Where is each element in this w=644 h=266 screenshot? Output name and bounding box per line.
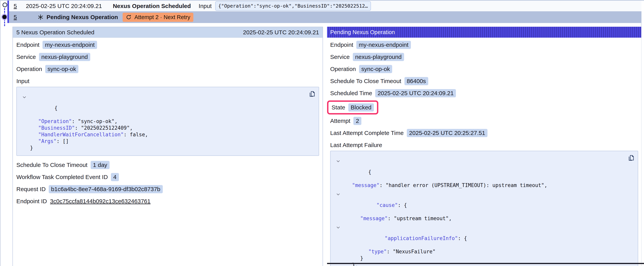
selected-events-indicator-bar <box>8 1 9 23</box>
pending-asterisk-icon <box>37 14 44 21</box>
field-operation: Operation sync-op-ok <box>16 65 319 73</box>
code-line: "cause": { <box>334 189 634 215</box>
field-label: Workflow Task Completed Event ID <box>16 174 108 180</box>
field-value-chip: 1 day <box>91 161 110 169</box>
field-label: Last Attempt Complete Time <box>330 130 404 136</box>
field-value-chip: sync-op-ok <box>359 65 392 73</box>
event-id-link[interactable]: 5 <box>14 3 17 9</box>
scheduled-panel-header: 5 Nexus Operation Scheduled 2025-02-25 U… <box>13 27 322 38</box>
code-line: "message": "upstream timeout", <box>334 215 634 222</box>
event-id-link[interactable]: 5 <box>14 14 17 21</box>
field-label: Schedule To Close Timeout <box>16 162 88 168</box>
field-service: Service nexus-playground <box>16 53 319 61</box>
field-request-id: Request ID b1c6a4bc-8ee7-468a-9169-df3b0… <box>16 185 319 193</box>
field-label: Operation <box>16 66 42 72</box>
pending-panel-header: Pending Nexus Operation <box>327 27 641 38</box>
code-line: "message": "handler error (UPSTREAM_TIME… <box>334 182 634 189</box>
field-value-chip: 2 <box>354 117 361 125</box>
field-value-chip: my-nexus-endpoint <box>42 41 97 49</box>
field-schedule-to-close-timeout: Schedule To Close Timeout 1 day <box>16 161 319 169</box>
pending-operation-panel: Pending Nexus Operation Endpoint my-nexu… <box>327 27 641 266</box>
field-endpoint: Endpoint my-nexus-endpoint <box>330 41 638 49</box>
field-label: Operation <box>330 66 356 72</box>
event-time: 2025-02-25 UTC 20:24:09.21 <box>26 3 102 9</box>
timeline-current-dot <box>1 14 8 20</box>
field-value-chip: nexus-playground <box>39 53 90 61</box>
state-value-chip: Blocked <box>348 103 374 112</box>
event-input-preview-chip: {"Operation":"sync-op-ok","BusinessID":"… <box>215 1 371 11</box>
endpoint-id-link[interactable]: 3c0c75ccfa8144b092c13ce632463761 <box>50 198 150 205</box>
failure-section-label: Last Attempt Failure <box>330 141 638 149</box>
code-line: "Args": [] <box>21 138 315 144</box>
field-label: Scheduled Time <box>330 90 372 97</box>
field-endpoint-id: Endpoint ID 3c0c75ccfa8144b092c13ce63246… <box>16 197 319 205</box>
field-attempt: Attempt 2 <box>330 117 638 125</box>
collapse-chevron-icon[interactable] <box>336 190 340 197</box>
failure-json-viewer: { "message": "handler error (UPSTREAM_TI… <box>330 151 638 266</box>
timeline-open-dot <box>2 3 7 7</box>
event-title: Nexus Operation Scheduled <box>113 3 191 9</box>
event-row-scheduled[interactable]: 5 2025-02-25 UTC 20:24:09.21 Nexus Opera… <box>9 1 642 11</box>
field-value-chip: sync-op-ok <box>45 65 78 73</box>
field-label: Endpoint <box>16 42 39 48</box>
field-workflow-task-completed-event-id: Workflow Task Completed Event ID 4 <box>16 173 319 181</box>
event-input-label: Input <box>198 3 212 9</box>
field-schedule-to-close-timeout: Schedule To Close Timeout 86400s <box>330 77 638 85</box>
field-label: Request ID <box>16 186 46 192</box>
code-line: "Operation": "sync-op-ok", <box>21 118 315 125</box>
code-line: "type": "NexusFailure" <box>334 248 634 255</box>
field-label: Service <box>16 54 36 60</box>
page-top-border <box>0 0 644 1</box>
collapse-chevron-icon[interactable] <box>336 223 340 230</box>
page-left-border <box>0 0 0 266</box>
code-line: } <box>21 144 315 151</box>
field-label: Endpoint ID <box>16 198 47 205</box>
field-service: Service nexus-playground <box>330 53 638 61</box>
scheduled-panel-time: 2025-02-25 UTC 20:24:09.21 <box>243 29 319 36</box>
event-row-pending[interactable]: 5 Pending Nexus Operation Attempt 2 · Ne… <box>9 11 642 23</box>
field-operation: Operation sync-op-ok <box>330 65 638 73</box>
field-value-chip: nexus-playground <box>353 53 404 61</box>
scheduled-panel-title: 5 Nexus Operation Scheduled <box>16 29 94 36</box>
input-json-viewer: { "Operation": "sync-op-ok", "BusinessID… <box>16 87 319 156</box>
event-title: Pending Nexus Operation <box>46 14 118 21</box>
details-bottom-divider <box>327 263 644 264</box>
field-scheduled-time: Scheduled Time 2025-02-25 UTC 20:24:09.2… <box>330 89 638 97</box>
field-endpoint: Endpoint my-nexus-endpoint <box>16 41 319 49</box>
code-line: "applicationFailureInfo": { <box>334 222 634 248</box>
field-value-chip: 2025-02-25 UTC 20:25:27.51 <box>407 129 488 137</box>
collapse-chevron-icon[interactable] <box>336 157 340 164</box>
code-line: "BusinessID": "20250225122409", <box>21 125 315 131</box>
field-value-chip: 86400s <box>404 77 428 85</box>
retry-badge-label: Attempt 2 · Next Retry <box>134 14 190 21</box>
field-value-chip: 2025-02-25 UTC 20:24:09.21 <box>375 89 456 97</box>
state-highlight-box: State Blocked <box>327 100 378 114</box>
pending-panel-title: Pending Nexus Operation <box>330 29 395 36</box>
field-label: Service <box>330 54 350 60</box>
code-line: { <box>334 155 634 182</box>
field-value-chip: 4 <box>111 173 119 181</box>
field-label: State <box>332 104 345 111</box>
retry-status-badge: Attempt 2 · Next Retry <box>122 13 193 22</box>
field-label: Endpoint <box>330 42 353 48</box>
field-value-chip: my-nexus-endpoint <box>356 41 411 49</box>
field-last-attempt-complete-time: Last Attempt Complete Time 2025-02-25 UT… <box>330 129 638 137</box>
collapse-chevron-icon[interactable] <box>22 93 26 100</box>
field-label: Schedule To Close Timeout <box>330 78 401 84</box>
field-label: Attempt <box>330 118 350 124</box>
input-section-label: Input <box>16 77 319 85</box>
code-line: { <box>21 92 315 118</box>
code-line: "HandlerWaitForCancellation": false, <box>21 131 315 138</box>
event-detail-panel-scheduled: 5 Nexus Operation Scheduled 2025-02-25 U… <box>12 27 323 266</box>
field-value-chip: b1c6a4bc-8ee7-468a-9169-df3b02c8737b <box>49 185 162 193</box>
code-line: } <box>334 255 634 261</box>
retry-icon <box>126 14 132 20</box>
